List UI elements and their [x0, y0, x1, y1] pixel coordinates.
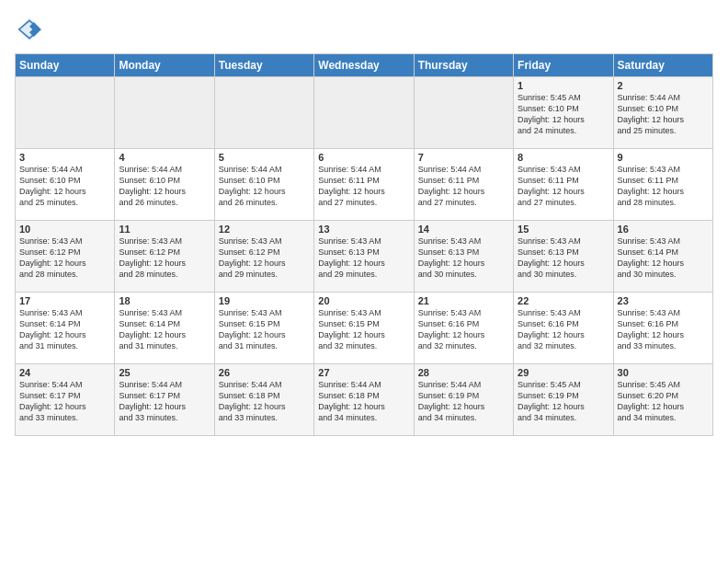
calendar-cell: 6Sunrise: 5:44 AM Sunset: 6:11 PM Daylig…: [314, 149, 414, 221]
cell-info: Sunrise: 5:43 AM Sunset: 6:14 PM Dayligh…: [119, 307, 210, 352]
calendar-cell: 19Sunrise: 5:43 AM Sunset: 6:15 PM Dayli…: [214, 293, 313, 364]
day-number: 20: [318, 295, 409, 306]
cell-info: Sunrise: 5:44 AM Sunset: 6:10 PM Dayligh…: [618, 92, 709, 137]
cell-info: Sunrise: 5:44 AM Sunset: 6:17 PM Dayligh…: [19, 379, 110, 424]
cell-info: Sunrise: 5:43 AM Sunset: 6:13 PM Dayligh…: [518, 236, 609, 281]
calendar-cell: 29Sunrise: 5:45 AM Sunset: 6:19 PM Dayli…: [514, 364, 613, 436]
cell-info: Sunrise: 5:45 AM Sunset: 6:20 PM Dayligh…: [618, 379, 709, 424]
page: SundayMondayTuesdayWednesdayThursdayFrid…: [0, 0, 728, 563]
day-number: 21: [418, 295, 509, 306]
day-number: 2: [618, 80, 709, 91]
day-number: 28: [418, 367, 509, 378]
calendar-cell: 21Sunrise: 5:43 AM Sunset: 6:16 PM Dayli…: [414, 293, 513, 364]
calendar-cell: [214, 77, 313, 149]
calendar-cell: 24Sunrise: 5:44 AM Sunset: 6:17 PM Dayli…: [16, 364, 115, 436]
calendar-cell: 1Sunrise: 5:45 AM Sunset: 6:10 PM Daylig…: [514, 77, 613, 149]
cell-info: Sunrise: 5:44 AM Sunset: 6:10 PM Dayligh…: [119, 164, 210, 209]
calendar-cell: 17Sunrise: 5:43 AM Sunset: 6:14 PM Dayli…: [16, 293, 115, 364]
day-header-monday: Monday: [115, 54, 214, 77]
cell-info: Sunrise: 5:45 AM Sunset: 6:10 PM Dayligh…: [518, 92, 609, 137]
cell-info: Sunrise: 5:43 AM Sunset: 6:15 PM Dayligh…: [219, 307, 310, 352]
cell-info: Sunrise: 5:43 AM Sunset: 6:13 PM Dayligh…: [418, 236, 509, 281]
calendar-cell: 25Sunrise: 5:44 AM Sunset: 6:17 PM Dayli…: [115, 364, 214, 436]
calendar-cell: 2Sunrise: 5:44 AM Sunset: 6:10 PM Daylig…: [613, 77, 712, 149]
day-header-tuesday: Tuesday: [214, 54, 313, 77]
day-number: 9: [618, 152, 709, 163]
cell-info: Sunrise: 5:43 AM Sunset: 6:11 PM Dayligh…: [618, 164, 709, 209]
day-number: 26: [219, 367, 310, 378]
logo-icon: [15, 15, 44, 44]
calendar-cell: [115, 77, 214, 149]
calendar-cell: [314, 77, 414, 149]
day-number: 29: [518, 367, 609, 378]
day-number: 10: [19, 224, 110, 235]
day-number: 22: [518, 295, 609, 306]
calendar-cell: 8Sunrise: 5:43 AM Sunset: 6:11 PM Daylig…: [514, 149, 613, 221]
cell-info: Sunrise: 5:44 AM Sunset: 6:11 PM Dayligh…: [318, 164, 409, 209]
cell-info: Sunrise: 5:45 AM Sunset: 6:19 PM Dayligh…: [518, 379, 609, 424]
day-number: 15: [518, 224, 609, 235]
calendar-week-2: 3Sunrise: 5:44 AM Sunset: 6:10 PM Daylig…: [16, 149, 713, 221]
cell-info: Sunrise: 5:44 AM Sunset: 6:11 PM Dayligh…: [418, 164, 509, 209]
cell-info: Sunrise: 5:43 AM Sunset: 6:16 PM Dayligh…: [418, 307, 509, 352]
cell-info: Sunrise: 5:43 AM Sunset: 6:16 PM Dayligh…: [618, 307, 709, 352]
calendar-cell: 30Sunrise: 5:45 AM Sunset: 6:20 PM Dayli…: [613, 364, 712, 436]
calendar-cell: 5Sunrise: 5:44 AM Sunset: 6:10 PM Daylig…: [214, 149, 313, 221]
calendar-cell: [16, 77, 115, 149]
calendar: SundayMondayTuesdayWednesdayThursdayFrid…: [15, 53, 713, 436]
cell-info: Sunrise: 5:44 AM Sunset: 6:17 PM Dayligh…: [119, 379, 210, 424]
calendar-week-5: 24Sunrise: 5:44 AM Sunset: 6:17 PM Dayli…: [16, 364, 713, 436]
logo: [15, 15, 48, 44]
day-header-wednesday: Wednesday: [314, 54, 414, 77]
day-number: 14: [418, 224, 509, 235]
cell-info: Sunrise: 5:43 AM Sunset: 6:12 PM Dayligh…: [219, 236, 310, 281]
day-number: 4: [119, 152, 210, 163]
calendar-cell: 12Sunrise: 5:43 AM Sunset: 6:12 PM Dayli…: [214, 221, 313, 293]
cell-info: Sunrise: 5:44 AM Sunset: 6:10 PM Dayligh…: [19, 164, 110, 209]
calendar-cell: 13Sunrise: 5:43 AM Sunset: 6:13 PM Dayli…: [314, 221, 414, 293]
calendar-week-4: 17Sunrise: 5:43 AM Sunset: 6:14 PM Dayli…: [16, 293, 713, 364]
calendar-cell: 14Sunrise: 5:43 AM Sunset: 6:13 PM Dayli…: [414, 221, 513, 293]
cell-info: Sunrise: 5:43 AM Sunset: 6:14 PM Dayligh…: [19, 307, 110, 352]
day-number: 7: [418, 152, 509, 163]
calendar-week-1: 1Sunrise: 5:45 AM Sunset: 6:10 PM Daylig…: [16, 77, 713, 149]
calendar-cell: 7Sunrise: 5:44 AM Sunset: 6:11 PM Daylig…: [414, 149, 513, 221]
calendar-cell: [414, 77, 513, 149]
cell-info: Sunrise: 5:43 AM Sunset: 6:12 PM Dayligh…: [119, 236, 210, 281]
calendar-cell: 10Sunrise: 5:43 AM Sunset: 6:12 PM Dayli…: [16, 221, 115, 293]
cell-info: Sunrise: 5:44 AM Sunset: 6:18 PM Dayligh…: [219, 379, 310, 424]
cell-info: Sunrise: 5:43 AM Sunset: 6:16 PM Dayligh…: [518, 307, 609, 352]
calendar-cell: 20Sunrise: 5:43 AM Sunset: 6:15 PM Dayli…: [314, 293, 414, 364]
calendar-cell: 9Sunrise: 5:43 AM Sunset: 6:11 PM Daylig…: [613, 149, 712, 221]
calendar-cell: 15Sunrise: 5:43 AM Sunset: 6:13 PM Dayli…: [514, 221, 613, 293]
day-number: 5: [219, 152, 310, 163]
day-number: 11: [119, 224, 210, 235]
day-number: 17: [19, 295, 110, 306]
calendar-cell: 27Sunrise: 5:44 AM Sunset: 6:18 PM Dayli…: [314, 364, 414, 436]
calendar-cell: 11Sunrise: 5:43 AM Sunset: 6:12 PM Dayli…: [115, 221, 214, 293]
day-number: 3: [19, 152, 110, 163]
day-header-thursday: Thursday: [414, 54, 513, 77]
calendar-cell: 4Sunrise: 5:44 AM Sunset: 6:10 PM Daylig…: [115, 149, 214, 221]
cell-info: Sunrise: 5:44 AM Sunset: 6:10 PM Dayligh…: [219, 164, 310, 209]
calendar-cell: 28Sunrise: 5:44 AM Sunset: 6:19 PM Dayli…: [414, 364, 513, 436]
cell-info: Sunrise: 5:43 AM Sunset: 6:11 PM Dayligh…: [518, 164, 609, 209]
day-number: 12: [219, 224, 310, 235]
day-number: 8: [518, 152, 609, 163]
calendar-cell: 16Sunrise: 5:43 AM Sunset: 6:14 PM Dayli…: [613, 221, 712, 293]
day-header-sunday: Sunday: [16, 54, 115, 77]
calendar-cell: 26Sunrise: 5:44 AM Sunset: 6:18 PM Dayli…: [214, 364, 313, 436]
day-number: 19: [219, 295, 310, 306]
calendar-cell: 22Sunrise: 5:43 AM Sunset: 6:16 PM Dayli…: [514, 293, 613, 364]
day-number: 18: [119, 295, 210, 306]
cell-info: Sunrise: 5:44 AM Sunset: 6:18 PM Dayligh…: [318, 379, 409, 424]
day-number: 25: [119, 367, 210, 378]
calendar-cell: 23Sunrise: 5:43 AM Sunset: 6:16 PM Dayli…: [613, 293, 712, 364]
header: [15, 15, 713, 44]
cell-info: Sunrise: 5:43 AM Sunset: 6:15 PM Dayligh…: [318, 307, 409, 352]
day-number: 27: [318, 367, 409, 378]
day-number: 24: [19, 367, 110, 378]
day-number: 1: [518, 80, 609, 91]
day-number: 6: [318, 152, 409, 163]
day-header-friday: Friday: [514, 54, 613, 77]
